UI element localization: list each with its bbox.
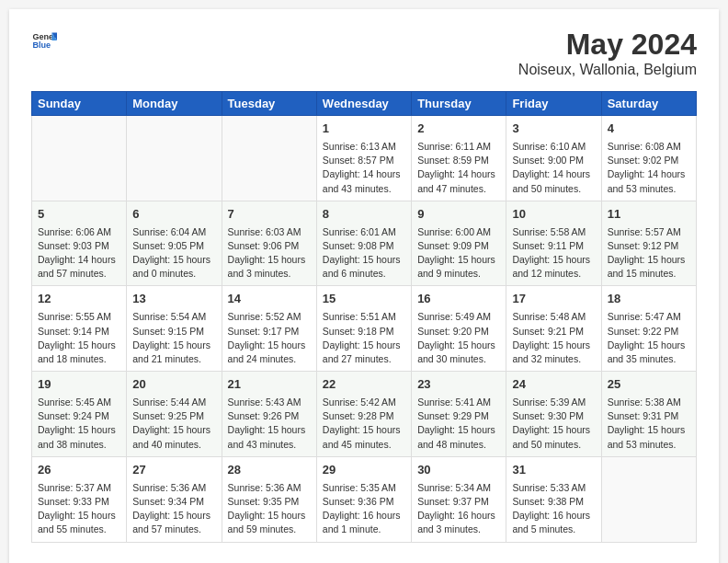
day-info: Sunrise: 6:01 AMSunset: 9:08 PMDaylight:… (323, 225, 405, 282)
day-cell-8: 8Sunrise: 6:01 AMSunset: 9:08 PMDaylight… (316, 201, 411, 286)
day-info: Sunrise: 5:37 AMSunset: 9:33 PMDaylight:… (38, 481, 120, 537)
day-number: 22 (323, 376, 405, 394)
day-cell-5: 5Sunrise: 6:06 AMSunset: 9:03 PMDaylight… (32, 201, 127, 286)
empty-cell (127, 116, 222, 201)
header: General Blue May 2024 Noiseux, Wallonia,… (31, 28, 697, 78)
day-info: Sunrise: 5:48 AMSunset: 9:21 PMDaylight:… (512, 310, 595, 366)
day-cell-11: 11Sunrise: 5:57 AMSunset: 9:12 PMDayligh… (601, 201, 696, 286)
main-title: May 2024 (518, 28, 697, 62)
day-cell-3: 3Sunrise: 6:10 AMSunset: 9:00 PMDaylight… (506, 116, 601, 201)
day-number: 6 (132, 206, 215, 224)
day-info: Sunrise: 5:51 AMSunset: 9:18 PMDaylight:… (323, 310, 405, 366)
day-info: Sunrise: 5:36 AMSunset: 9:35 PMDaylight:… (228, 481, 311, 537)
header-day-friday: Friday (506, 92, 601, 116)
day-info: Sunrise: 6:03 AMSunset: 9:06 PMDaylight:… (228, 225, 311, 282)
day-cell-17: 17Sunrise: 5:48 AMSunset: 9:21 PMDayligh… (506, 286, 601, 372)
day-number: 12 (38, 291, 120, 308)
day-cell-20: 20Sunrise: 5:44 AMSunset: 9:25 PMDayligh… (127, 372, 222, 457)
day-info: Sunrise: 5:54 AMSunset: 9:15 PMDaylight:… (132, 310, 215, 366)
day-cell-19: 19Sunrise: 5:45 AMSunset: 9:24 PMDayligh… (32, 372, 127, 457)
day-info: Sunrise: 5:49 AMSunset: 9:20 PMDaylight:… (417, 310, 500, 366)
day-info: Sunrise: 5:42 AMSunset: 9:28 PMDaylight:… (323, 396, 405, 452)
day-cell-18: 18Sunrise: 5:47 AMSunset: 9:22 PMDayligh… (601, 286, 696, 372)
week-row-4: 19Sunrise: 5:45 AMSunset: 9:24 PMDayligh… (32, 372, 697, 457)
day-number: 2 (417, 121, 500, 138)
day-number: 29 (323, 462, 405, 479)
day-number: 31 (512, 462, 595, 479)
header-day-thursday: Thursday (412, 92, 506, 116)
day-cell-27: 27Sunrise: 5:36 AMSunset: 9:34 PMDayligh… (127, 456, 222, 542)
day-info: Sunrise: 5:45 AMSunset: 9:24 PMDaylight:… (38, 396, 120, 452)
day-cell-13: 13Sunrise: 5:54 AMSunset: 9:15 PMDayligh… (127, 286, 222, 372)
day-number: 4 (608, 121, 690, 138)
day-cell-21: 21Sunrise: 5:43 AMSunset: 9:26 PMDayligh… (222, 372, 316, 457)
header-day-monday: Monday (127, 92, 222, 116)
day-info: Sunrise: 6:08 AMSunset: 9:02 PMDaylight:… (608, 140, 690, 196)
day-number: 26 (38, 462, 120, 479)
day-cell-22: 22Sunrise: 5:42 AMSunset: 9:28 PMDayligh… (316, 372, 411, 457)
day-info: Sunrise: 5:38 AMSunset: 9:31 PMDaylight:… (608, 396, 690, 452)
logo-icon: General Blue (31, 28, 57, 53)
day-cell-30: 30Sunrise: 5:34 AMSunset: 9:37 PMDayligh… (412, 456, 506, 542)
day-number: 1 (323, 121, 405, 138)
day-info: Sunrise: 6:06 AMSunset: 9:03 PMDaylight:… (38, 225, 120, 282)
day-cell-7: 7Sunrise: 6:03 AMSunset: 9:06 PMDaylight… (222, 201, 316, 286)
calendar-header-row: SundayMondayTuesdayWednesdayThursdayFrid… (32, 92, 697, 116)
day-info: Sunrise: 5:44 AMSunset: 9:25 PMDaylight:… (132, 396, 215, 452)
week-row-2: 5Sunrise: 6:06 AMSunset: 9:03 PMDaylight… (32, 201, 697, 286)
svg-text:Blue: Blue (32, 40, 51, 50)
day-cell-4: 4Sunrise: 6:08 AMSunset: 9:02 PMDaylight… (601, 116, 696, 201)
day-cell-28: 28Sunrise: 5:36 AMSunset: 9:35 PMDayligh… (222, 456, 316, 542)
day-info: Sunrise: 5:43 AMSunset: 9:26 PMDaylight:… (228, 396, 311, 452)
day-cell-10: 10Sunrise: 5:58 AMSunset: 9:11 PMDayligh… (506, 201, 601, 286)
day-number: 7 (228, 206, 311, 224)
day-number: 23 (417, 376, 500, 394)
day-number: 3 (512, 121, 595, 138)
day-cell-6: 6Sunrise: 6:04 AMSunset: 9:05 PMDaylight… (127, 201, 222, 286)
day-number: 11 (608, 206, 690, 224)
empty-cell (222, 116, 316, 201)
day-cell-25: 25Sunrise: 5:38 AMSunset: 9:31 PMDayligh… (601, 372, 696, 457)
day-number: 25 (608, 376, 690, 394)
day-number: 16 (417, 291, 500, 308)
day-info: Sunrise: 6:13 AMSunset: 8:57 PMDaylight:… (323, 140, 405, 196)
day-cell-31: 31Sunrise: 5:33 AMSunset: 9:38 PMDayligh… (506, 456, 601, 542)
day-cell-12: 12Sunrise: 5:55 AMSunset: 9:14 PMDayligh… (32, 286, 127, 372)
day-info: Sunrise: 5:36 AMSunset: 9:34 PMDaylight:… (132, 481, 215, 537)
header-day-wednesday: Wednesday (316, 92, 411, 116)
calendar-container: General Blue May 2024 Noiseux, Wallonia,… (9, 9, 719, 563)
day-number: 10 (512, 206, 595, 224)
day-info: Sunrise: 5:52 AMSunset: 9:17 PMDaylight:… (228, 310, 311, 366)
day-number: 15 (323, 291, 405, 308)
week-row-1: 1Sunrise: 6:13 AMSunset: 8:57 PMDaylight… (32, 116, 697, 201)
day-cell-16: 16Sunrise: 5:49 AMSunset: 9:20 PMDayligh… (412, 286, 506, 372)
header-day-sunday: Sunday (32, 92, 127, 116)
day-info: Sunrise: 5:33 AMSunset: 9:38 PMDaylight:… (512, 481, 595, 537)
day-number: 18 (608, 291, 690, 308)
day-cell-14: 14Sunrise: 5:52 AMSunset: 9:17 PMDayligh… (222, 286, 316, 372)
header-day-saturday: Saturday (601, 92, 696, 116)
logo: General Blue (31, 28, 57, 53)
day-cell-24: 24Sunrise: 5:39 AMSunset: 9:30 PMDayligh… (506, 372, 601, 457)
subtitle: Noiseux, Wallonia, Belgium (518, 62, 697, 78)
day-number: 24 (512, 376, 595, 394)
day-cell-2: 2Sunrise: 6:11 AMSunset: 8:59 PMDaylight… (412, 116, 506, 201)
day-info: Sunrise: 5:34 AMSunset: 9:37 PMDaylight:… (417, 481, 500, 537)
day-info: Sunrise: 5:47 AMSunset: 9:22 PMDaylight:… (608, 310, 690, 366)
day-number: 9 (417, 206, 500, 224)
day-number: 19 (38, 376, 120, 394)
day-number: 14 (228, 291, 311, 308)
empty-cell (601, 456, 696, 542)
day-number: 21 (228, 376, 311, 394)
day-info: Sunrise: 5:55 AMSunset: 9:14 PMDaylight:… (38, 310, 120, 366)
week-row-5: 26Sunrise: 5:37 AMSunset: 9:33 PMDayligh… (32, 456, 697, 542)
day-number: 28 (228, 462, 311, 479)
day-info: Sunrise: 5:57 AMSunset: 9:12 PMDaylight:… (608, 225, 690, 282)
day-info: Sunrise: 5:41 AMSunset: 9:29 PMDaylight:… (417, 396, 500, 452)
day-info: Sunrise: 6:04 AMSunset: 9:05 PMDaylight:… (132, 225, 215, 282)
day-cell-1: 1Sunrise: 6:13 AMSunset: 8:57 PMDaylight… (316, 116, 411, 201)
day-number: 5 (38, 206, 120, 224)
day-cell-23: 23Sunrise: 5:41 AMSunset: 9:29 PMDayligh… (412, 372, 506, 457)
day-info: Sunrise: 6:00 AMSunset: 9:09 PMDaylight:… (417, 225, 500, 282)
day-number: 17 (512, 291, 595, 308)
